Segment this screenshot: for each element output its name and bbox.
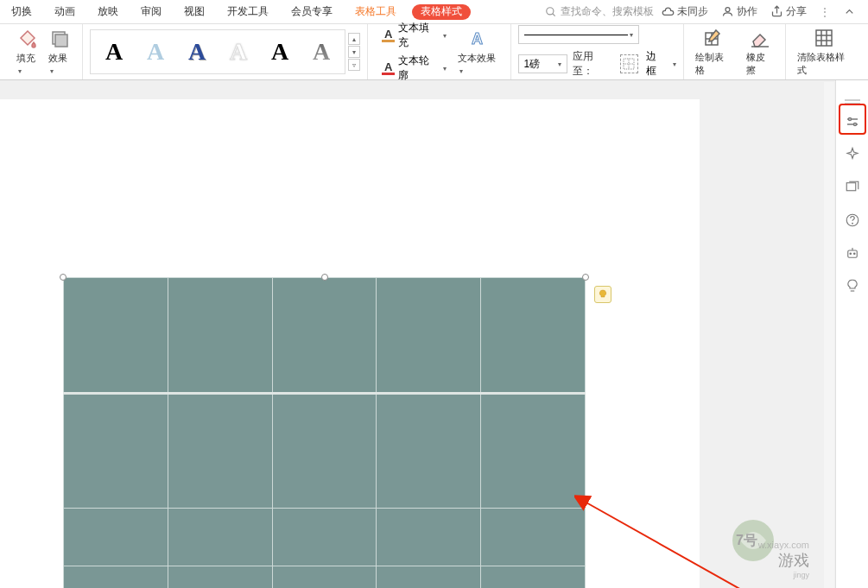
table-cell[interactable] [64,509,168,566]
menu-slideshow[interactable]: 放映 [86,0,130,24]
robot-icon [845,245,860,261]
svg-rect-13 [816,30,832,46]
table-cell[interactable] [481,278,586,394]
table-cell[interactable] [377,566,481,588]
svg-rect-28 [846,183,856,191]
table-cell[interactable] [481,566,586,588]
font-style-5[interactable]: A [259,33,301,71]
collab-button[interactable]: 协作 [716,4,763,19]
line-style-select[interactable]: ▾ [518,25,639,44]
scrollbar-vertical[interactable] [824,82,834,588]
font-style-4[interactable]: A [218,33,259,71]
menu-animation[interactable]: 动画 [43,0,86,24]
line-group: ▾ 1磅 ▾ 应用至： 边框 ▾ [511,24,684,79]
question-icon [845,212,860,228]
text-outline-button[interactable]: A 文本轮廓 ▾ [382,54,447,83]
table-draw-group: 绘制表格 橡皮擦 [684,24,786,79]
side-properties-button[interactable] [844,113,861,130]
table[interactable] [63,277,586,588]
table-cell[interactable] [272,278,377,394]
table-cell[interactable] [377,393,481,509]
fill-effect-group: 填充▾ 效果▾ [5,24,83,79]
menu-review[interactable]: 审阅 [130,0,173,24]
table-cell[interactable] [272,509,377,566]
share-icon [770,5,783,18]
eraser-button[interactable]: 橡皮擦 [742,28,777,77]
menu-devtools[interactable]: 开发工具 [216,0,280,24]
table-cell[interactable] [64,566,168,588]
draw-table-button[interactable]: 绘制表格 [691,28,736,77]
share-button[interactable]: 分享 [765,4,812,19]
gallery-up[interactable]: ▴ [348,33,360,45]
side-help-button[interactable] [844,212,861,229]
dropdown-arrow-icon[interactable]: ▾ [673,60,676,68]
side-template-button[interactable] [844,179,861,196]
more-button[interactable]: ⋮ [814,6,835,18]
svg-point-30 [852,223,852,224]
slide[interactable] [0,99,700,588]
text-fill-button[interactable]: A 文本填充 ▾ [382,21,447,50]
watermark-text: w.xiayx.com 游戏 jingy [758,540,809,579]
table-cell[interactable] [168,278,272,394]
gallery-more[interactable]: ▿ [348,59,360,71]
dropdown-arrow-icon: ▾ [50,67,54,75]
cloud-icon [662,5,675,18]
table-cell[interactable] [168,393,272,509]
table-cell[interactable] [481,393,586,509]
font-style-3[interactable]: A [176,33,218,71]
resize-handle-tm[interactable] [321,274,328,281]
effect-icon [49,28,70,49]
svg-line-1 [553,13,555,16]
font-style-1[interactable]: A [93,33,135,71]
menu-view[interactable]: 视图 [173,0,216,24]
smart-tag-button[interactable] [594,286,611,303]
resize-handle-tl[interactable] [60,274,67,281]
table-cell[interactable] [481,509,586,566]
sliders-icon [845,114,860,130]
table-cell[interactable] [64,393,168,509]
fill-button[interactable]: 填充▾ [12,28,44,75]
dropdown-arrow-icon: ▾ [443,65,447,73]
svg-point-25 [848,118,851,121]
svg-point-0 [547,7,554,14]
clear-table-style-button[interactable]: 清除表格样式 [793,28,856,77]
sync-button[interactable]: 未同步 [656,4,713,19]
dropdown-arrow-icon: ▾ [630,31,633,39]
text-outline-icon: A [382,61,395,75]
side-ai-button[interactable] [844,146,861,163]
menu-member[interactable]: 会员专享 [280,0,344,24]
menu-switch[interactable]: 切换 [0,0,43,24]
menu-table-style[interactable]: 表格样式 [412,4,471,20]
font-style-2[interactable]: A [135,33,176,71]
collapse-ribbon-button[interactable] [838,5,861,18]
svg-point-32 [850,253,852,255]
resize-handle-tr[interactable] [582,274,589,281]
line-weight-select[interactable]: 1磅 ▾ [518,54,568,73]
table-cell[interactable] [168,509,272,566]
effect-button[interactable]: 效果▾ [44,28,76,75]
table-cell[interactable] [272,393,377,509]
table-cell[interactable] [64,278,168,394]
search-box[interactable]: 查找命令、搜索模板 [545,4,654,19]
dropdown-arrow-icon: ▾ [558,60,561,68]
border-target-button[interactable] [620,54,638,73]
svg-rect-31 [847,250,857,257]
border-label: 边框 [646,49,666,79]
side-idea-button[interactable] [844,277,861,294]
dropdown-arrow-icon: ▾ [459,67,463,75]
bulb-icon [845,278,860,294]
table-cell[interactable] [377,509,481,566]
side-robot-button[interactable] [844,244,861,262]
table-cell[interactable] [272,566,377,588]
table-cell[interactable] [168,566,272,588]
text-effect-button[interactable]: A 文本效果▾ [453,28,504,75]
canvas[interactable]: 7号 w.xiayx.com 游戏 jingy [0,80,835,588]
menu-icon[interactable] [843,98,862,105]
gallery-down[interactable]: ▾ [348,46,360,58]
table-object[interactable] [63,277,586,588]
svg-text:A: A [472,30,483,47]
table-cell[interactable] [377,278,481,394]
font-style-6[interactable]: A [301,33,342,71]
search-placeholder: 查找命令、搜索模板 [561,4,654,19]
sparkle-icon [845,147,860,162]
